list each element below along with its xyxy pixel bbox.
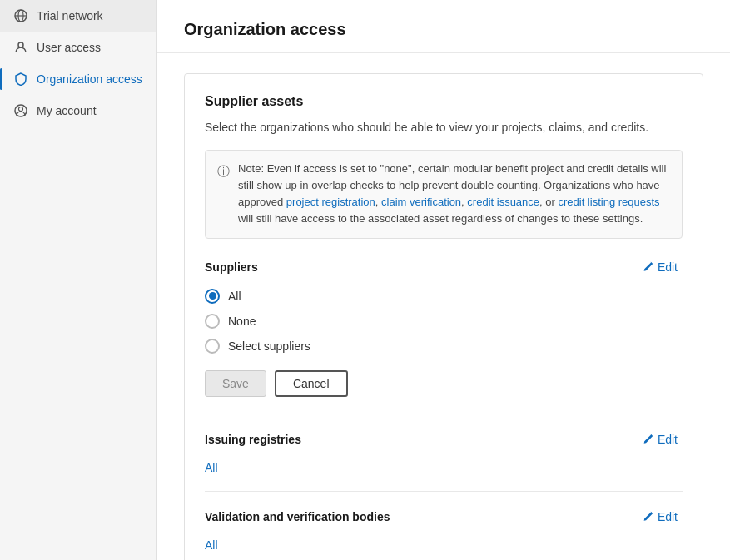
radio-all-label: All (228, 290, 241, 303)
content-area: Supplier assets Select the organizations… (157, 53, 730, 560)
suppliers-title: Suppliers (205, 260, 258, 274)
sidebar: Trial network User access Organization a… (0, 0, 157, 560)
sidebar-item-user-access[interactable]: User access (0, 32, 156, 63)
validation-title: Validation and verification bodies (205, 510, 390, 523)
radio-none-label: None (228, 315, 256, 328)
issuing-registries-section: Issuing registries Edit All (205, 431, 683, 474)
page-title: Organization access (184, 20, 703, 39)
divider-2 (205, 491, 683, 492)
validation-header: Validation and verification bodies Edit (205, 508, 683, 525)
svg-point-3 (18, 42, 23, 47)
radio-all[interactable]: All (205, 289, 683, 304)
radio-select-suppliers[interactable]: Select suppliers (205, 339, 683, 354)
edit-pencil-icon-2 (642, 434, 653, 445)
divider-1 (205, 414, 683, 414)
sidebar-item-label: My account (37, 104, 97, 117)
radio-select-circle (205, 339, 220, 354)
suppliers-radio-group: All None Select suppliers (205, 289, 683, 354)
person-icon (13, 40, 28, 55)
radio-none[interactable]: None (205, 314, 683, 329)
radio-none-circle (205, 314, 220, 329)
page-header: Organization access (157, 0, 730, 53)
issuing-registries-header: Issuing registries Edit (205, 431, 683, 448)
shield-icon (13, 72, 28, 87)
info-icon: ⓘ (217, 161, 230, 181)
radio-select-label: Select suppliers (228, 339, 310, 353)
cancel-button[interactable]: Cancel (275, 370, 348, 397)
supplier-assets-card: Supplier assets Select the organizations… (184, 73, 703, 560)
sidebar-item-trial-network[interactable]: Trial network (0, 0, 156, 32)
sidebar-item-label: Organization access (37, 72, 142, 86)
issuing-registries-value: All (205, 461, 683, 474)
globe-icon (13, 8, 28, 23)
suppliers-header: Suppliers Edit (205, 259, 683, 275)
action-buttons: Save Cancel (205, 370, 683, 397)
note-box: ⓘ Note: Even if access is set to "none",… (205, 150, 683, 239)
save-button[interactable]: Save (205, 370, 266, 397)
sidebar-item-organization-access[interactable]: Organization access (0, 63, 156, 95)
validation-edit-button[interactable]: Edit (637, 508, 683, 525)
sidebar-item-label: User access (37, 41, 101, 54)
sidebar-item-my-account[interactable]: My account (0, 95, 156, 126)
edit-pencil-icon (642, 261, 653, 273)
radio-all-circle (205, 289, 220, 304)
suppliers-edit-button[interactable]: Edit (637, 259, 683, 275)
note-text: Note: Even if access is set to "none", c… (238, 161, 670, 228)
edit-pencil-icon-3 (642, 511, 653, 523)
main-content: Organization access Supplier assets Sele… (157, 0, 730, 560)
issuing-registries-edit-button[interactable]: Edit (637, 431, 683, 448)
section-title: Supplier assets (205, 94, 683, 109)
svg-point-5 (19, 107, 23, 112)
section-description: Select the organizations who should be a… (205, 119, 683, 136)
person-circle-icon (13, 103, 28, 118)
validation-value: All (205, 538, 683, 552)
issuing-registries-title: Issuing registries (205, 433, 301, 446)
sidebar-item-label: Trial network (37, 9, 103, 22)
validation-section: Validation and verification bodies Edit … (205, 508, 683, 552)
